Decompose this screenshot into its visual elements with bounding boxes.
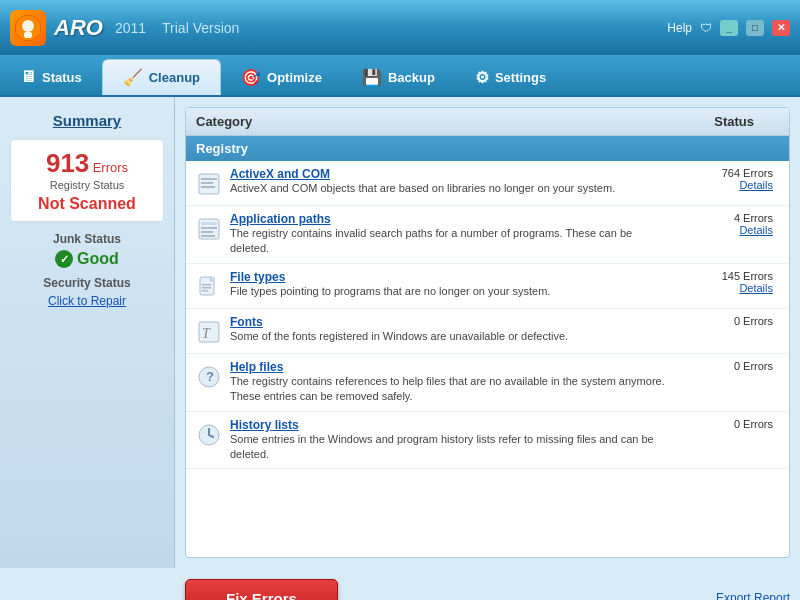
svg-rect-14 <box>202 284 211 286</box>
table-row: Application paths The registry contains … <box>186 206 789 264</box>
historylists-errors: 0 Errors <box>734 418 773 430</box>
col-status-header: Status <box>659 114 779 129</box>
historylists-title[interactable]: History lists <box>230 418 671 432</box>
close-button[interactable]: ✕ <box>772 20 790 36</box>
backup-tab-icon: 💾 <box>362 68 382 87</box>
svg-rect-6 <box>201 186 215 188</box>
col-category-header: Category <box>196 114 659 129</box>
nav-bar: 🖥 Status 🧹 Cleanup 🎯 Optimize 💾 Backup ⚙… <box>0 55 800 97</box>
activex-title[interactable]: ActiveX and COM <box>230 167 671 181</box>
table-row: File types File types pointing to progra… <box>186 264 789 309</box>
table-row: T Fonts Some of the fonts registered in … <box>186 309 789 354</box>
tab-optimize[interactable]: 🎯 Optimize <box>221 59 342 95</box>
help-icon: 🛡 <box>700 21 712 35</box>
junk-good-status: ✓ Good <box>10 250 164 268</box>
svg-rect-2 <box>24 32 32 38</box>
app-year: 2011 <box>115 20 146 36</box>
tab-status[interactable]: 🖥 Status <box>0 59 102 95</box>
help-label: Help <box>667 21 692 35</box>
logo-icon <box>10 10 46 46</box>
table-body[interactable]: Registry ActiveX and COM ActiveX and COM… <box>186 136 789 555</box>
activex-errors: 764 Errors <box>722 167 773 179</box>
tab-status-label: Status <box>42 70 82 85</box>
table-row: History lists Some entries in the Window… <box>186 412 789 470</box>
helpfiles-title[interactable]: Help files <box>230 360 671 374</box>
bottom-bar: Fix Errors Export Report <box>0 568 800 600</box>
filetypes-title[interactable]: File types <box>230 270 671 284</box>
apppaths-status: 4 Errors Details <box>671 212 781 236</box>
tab-cleanup-label: Cleanup <box>149 70 200 85</box>
minimize-button[interactable]: _ <box>720 20 738 36</box>
activex-icon <box>194 169 224 199</box>
helpfiles-status: 0 Errors <box>671 360 781 372</box>
fonts-desc: Some of the fonts registered in Windows … <box>230 329 671 344</box>
filetypes-status: 145 Errors Details <box>671 270 781 294</box>
green-check-icon: ✓ <box>55 250 73 268</box>
fonts-icon: T <box>194 317 224 347</box>
section-registry-header: Registry <box>186 136 789 161</box>
activex-content: ActiveX and COM ActiveX and COM objects … <box>230 167 671 196</box>
fonts-errors: 0 Errors <box>734 315 773 327</box>
helpfiles-content: Help files The registry contains referen… <box>230 360 671 405</box>
historylists-icon <box>194 420 224 450</box>
main-area: Summary 913 Errors Registry Status Not S… <box>0 97 800 568</box>
fonts-content: Fonts Some of the fonts registered in Wi… <box>230 315 671 344</box>
filetypes-errors: 145 Errors <box>722 270 773 282</box>
export-report-link[interactable]: Export Report <box>716 591 790 600</box>
click-repair-link[interactable]: Click to Repair <box>10 294 164 308</box>
junk-value: Good <box>77 250 119 268</box>
svg-text:T: T <box>202 326 211 341</box>
svg-point-1 <box>22 20 34 32</box>
svg-rect-16 <box>202 290 208 292</box>
svg-rect-4 <box>201 178 217 180</box>
fix-errors-button[interactable]: Fix Errors <box>185 579 338 601</box>
security-status-title: Security Status <box>10 276 164 290</box>
svg-text:?: ? <box>206 369 214 384</box>
header: ARO 2011 Trial Version Help 🛡 _ □ ✕ <box>0 0 800 55</box>
filetypes-details-link[interactable]: Details <box>671 282 773 294</box>
optimize-tab-icon: 🎯 <box>241 68 261 87</box>
tab-optimize-label: Optimize <box>267 70 322 85</box>
apppaths-content: Application paths The registry contains … <box>230 212 671 257</box>
status-tab-icon: 🖥 <box>20 68 36 86</box>
helpfiles-icon: ? <box>194 362 224 392</box>
tab-settings[interactable]: ⚙ Settings <box>455 59 566 95</box>
helpfiles-desc: The registry contains references to help… <box>230 374 671 405</box>
settings-tab-icon: ⚙ <box>475 68 489 87</box>
not-scanned-label: Not Scanned <box>19 195 155 213</box>
svg-rect-15 <box>202 287 211 289</box>
window-controls: Help 🛡 _ □ ✕ <box>667 20 790 36</box>
tab-cleanup[interactable]: 🧹 Cleanup <box>102 59 221 95</box>
activex-status: 764 Errors Details <box>671 167 781 191</box>
content-area: Category Status Registry ActiveX and COM… <box>175 97 800 568</box>
tab-backup[interactable]: 💾 Backup <box>342 59 455 95</box>
svg-rect-8 <box>201 222 217 225</box>
historylists-content: History lists Some entries in the Window… <box>230 418 671 463</box>
filetypes-desc: File types pointing to programs that are… <box>230 284 671 299</box>
apppaths-icon <box>194 214 224 244</box>
fonts-status: 0 Errors <box>671 315 781 327</box>
maximize-button[interactable]: □ <box>746 20 764 36</box>
tab-backup-label: Backup <box>388 70 435 85</box>
logo: ARO 2011 Trial Version <box>10 10 239 46</box>
apppaths-title[interactable]: Application paths <box>230 212 671 226</box>
fonts-title[interactable]: Fonts <box>230 315 671 329</box>
filetypes-content: File types File types pointing to progra… <box>230 270 671 299</box>
svg-rect-10 <box>201 231 213 233</box>
apppaths-desc: The registry contains invalid search pat… <box>230 226 671 257</box>
helpfiles-errors: 0 Errors <box>734 360 773 372</box>
historylists-status: 0 Errors <box>671 418 781 430</box>
historylists-desc: Some entries in the Windows and program … <box>230 432 671 463</box>
svg-rect-11 <box>201 235 215 237</box>
tab-settings-label: Settings <box>495 70 546 85</box>
app-version: Trial Version <box>162 20 239 36</box>
junk-status-title: Junk Status <box>10 232 164 246</box>
activex-desc: ActiveX and COM objects that are based o… <box>230 181 671 196</box>
table-header: Category Status <box>186 108 789 136</box>
activex-details-link[interactable]: Details <box>671 179 773 191</box>
filetypes-icon <box>194 272 224 302</box>
apppaths-details-link[interactable]: Details <box>671 224 773 236</box>
summary-title: Summary <box>10 112 164 129</box>
apppaths-errors: 4 Errors <box>734 212 773 224</box>
svg-rect-9 <box>201 227 217 229</box>
